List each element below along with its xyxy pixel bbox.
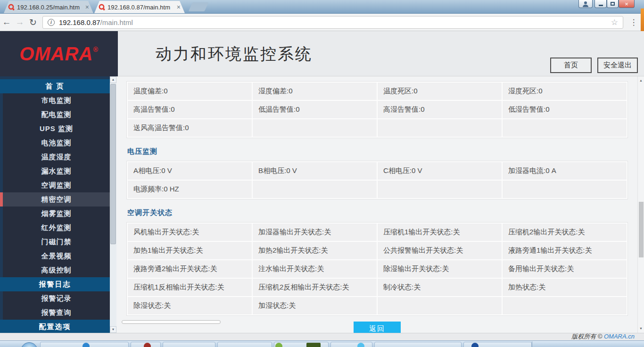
omara-logo: OMARA® xyxy=(19,43,98,65)
table-cell: 制冷状态:关 xyxy=(378,279,502,296)
bookmark-star-icon[interactable]: ☆ xyxy=(611,17,618,27)
sidebar-item-4[interactable]: 电池监测 xyxy=(3,136,110,150)
data-table-1: A相电压:0 VB相电压:0 VC相电压:0 V加湿器电流:0 A电源频率:0 … xyxy=(126,161,628,199)
table-cell: 加热1输出开关状态:关 xyxy=(128,242,252,259)
back-button[interactable]: ← xyxy=(0,17,13,27)
section-title-2: 空调开关状态 xyxy=(127,208,628,217)
address-bar[interactable]: i 192.168.0.87 /main.html ☆ xyxy=(42,16,623,29)
sidebar-item-3[interactable]: UPS 监测 xyxy=(3,122,110,136)
scroll-down-icon[interactable]: ▼ xyxy=(638,325,644,332)
sidebar-section-0[interactable]: 首 页 xyxy=(0,79,110,93)
sidebar-item-8[interactable]: 精密空调 xyxy=(3,192,110,207)
taskbar-app-button[interactable] xyxy=(217,342,272,347)
home-button[interactable]: 首页 xyxy=(550,58,592,73)
table-cell: 高温告警值:0 xyxy=(128,101,252,118)
sidebar-item-12[interactable]: 全景视频 xyxy=(3,249,110,263)
taskbar-app-icon-dark-green[interactable] xyxy=(306,343,321,347)
site-info-icon[interactable]: i xyxy=(48,19,55,26)
profile-icon xyxy=(583,1,588,6)
table-cell: 液路旁通2输出开关状态:关 xyxy=(128,260,252,278)
browser-menu-icon[interactable]: ⋮ xyxy=(628,17,639,27)
sidebar-item-9[interactable]: 烟雾监测 xyxy=(3,207,110,221)
page-title: 动力和环境监控系统 xyxy=(156,43,313,65)
sidebar-item-2[interactable]: 配电监测 xyxy=(3,107,110,122)
table-cell: 除湿状态:关 xyxy=(128,297,252,314)
table-cell: C相电压:0 V xyxy=(378,162,502,180)
horizontal-scrollbar[interactable] xyxy=(122,320,221,324)
taskbar-app-icon-green[interactable] xyxy=(275,343,282,347)
data-table-2: 风机输出开关状态:关加湿器输出开关状态:关压缩机1输出开关状态:关压缩机2输出开… xyxy=(126,222,628,316)
table-cell: 加湿器电流:0 A xyxy=(503,162,627,180)
minimize-button[interactable] xyxy=(594,0,607,8)
table-cell: 电源频率:0 HZ xyxy=(128,181,252,198)
registered-mark: ® xyxy=(93,46,98,53)
table-cell xyxy=(503,181,627,198)
sidebar-item-11[interactable]: 门磁门禁 xyxy=(3,235,110,249)
browser-tab-1[interactable]: 192.168.0.25/main.htm × xyxy=(4,1,93,13)
taskbar-app-icon-blue[interactable] xyxy=(83,343,90,347)
window-edge-strip xyxy=(641,8,644,31)
sidebar-item-7[interactable]: 空调监测 xyxy=(3,178,110,192)
copyright-text: 版权所有 © xyxy=(571,333,602,340)
table-cell: 低湿告警值:0 xyxy=(503,101,627,118)
tray-separator xyxy=(532,341,532,347)
table-cell: 高湿告警值:0 xyxy=(378,101,502,118)
taskbar-app-icon-dark-red[interactable] xyxy=(144,343,151,347)
browser-tab-2-active[interactable]: 192.168.0.87/main.htm × xyxy=(94,1,185,13)
profile-button[interactable] xyxy=(578,0,593,8)
close-icon: × xyxy=(625,0,628,8)
table-cell: 压缩机1反相输出开关状态:关 xyxy=(128,279,252,296)
scroll-up-icon[interactable]: ▲ xyxy=(638,77,644,84)
brand-link[interactable]: OMARA.cn xyxy=(604,333,635,340)
scroll-up-icon[interactable]: ▲ xyxy=(110,76,116,83)
start-button[interactable] xyxy=(21,342,38,347)
new-tab-button[interactable] xyxy=(189,2,208,11)
table-cell xyxy=(503,119,627,137)
sidebar-item-15[interactable]: 报警记录 xyxy=(3,291,110,306)
sidebar-scrollbar-thumb[interactable] xyxy=(110,84,116,244)
sidebar-item-6[interactable]: 漏水监测 xyxy=(3,164,110,178)
taskbar-app-icon-light-blue[interactable] xyxy=(357,343,364,347)
section-title-1: 电压监测 xyxy=(127,147,628,156)
table-cell xyxy=(378,297,502,314)
content-scrollbar-thumb[interactable] xyxy=(639,202,644,257)
logout-button[interactable]: 安全退出 xyxy=(597,58,638,73)
sidebar-item-10[interactable]: 红外监测 xyxy=(3,221,110,235)
content-scrollbar[interactable]: ▲ ▼ xyxy=(637,76,644,333)
table-cell xyxy=(378,181,502,198)
sidebar-item-16[interactable]: 报警查询 xyxy=(3,306,110,320)
table-cell: 备用输出开关状态:关 xyxy=(503,260,627,278)
forward-button[interactable]: → xyxy=(13,17,26,27)
taskbar-app-button[interactable] xyxy=(330,342,372,347)
table-cell: 加湿状态:关 xyxy=(253,297,377,314)
table-cell: 压缩机2输出开关状态:关 xyxy=(503,223,627,241)
sidebar-item-13[interactable]: 高级控制 xyxy=(3,263,110,277)
close-window-button[interactable]: × xyxy=(619,0,635,8)
table-cell xyxy=(378,119,502,137)
sidebar-section-14[interactable]: 报警日志 xyxy=(0,277,110,291)
taskbar-app-button[interactable] xyxy=(163,342,215,347)
table-cell: 风机输出开关状态:关 xyxy=(128,223,252,241)
taskbar-app-button[interactable] xyxy=(374,342,462,347)
table-cell: 加热2输出开关状态:关 xyxy=(253,242,377,259)
reload-button[interactable]: ↻ xyxy=(26,17,40,28)
sidebar-item-5[interactable]: 温度湿度 xyxy=(3,150,110,164)
table-cell: 加湿器输出开关状态:关 xyxy=(253,223,377,241)
data-table-0: 温度偏差:0湿度偏差:0温度死区:0湿度死区:0高温告警值:0低温告警值:0高湿… xyxy=(126,81,628,138)
tab-close-icon[interactable]: × xyxy=(85,4,89,10)
back-button-return[interactable]: 返回 xyxy=(354,322,401,333)
table-cell: 压缩机1输出开关状态:关 xyxy=(378,223,502,241)
sidebar-item-1[interactable]: 市电监测 xyxy=(3,93,110,107)
sidebar-section-17[interactable]: 配置选项 xyxy=(0,320,110,333)
browser-titlebar: 192.168.0.25/main.htm × 192.168.0.87/mai… xyxy=(0,0,644,14)
maximize-button[interactable] xyxy=(607,0,619,8)
tab-close-icon[interactable]: × xyxy=(177,4,181,10)
scroll-down-icon[interactable]: ▼ xyxy=(110,326,116,333)
footer: 版权所有 © OMARA.cn xyxy=(0,333,644,340)
table-cell: 温度偏差:0 xyxy=(128,83,252,100)
sidebar-scrollbar[interactable]: ▲ ▼ xyxy=(110,76,116,333)
url-host: 192.168.0.87 xyxy=(59,18,100,26)
sidebar-nav: 首 页市电监测配电监测UPS 监测电池监测温度湿度漏水监测空调监测精密空调烟雾监… xyxy=(0,76,110,333)
taskbar-app-icon-navy[interactable] xyxy=(471,343,479,347)
app-header: OMARA® 动力和环境监控系统 首页 安全退出 xyxy=(0,31,644,76)
